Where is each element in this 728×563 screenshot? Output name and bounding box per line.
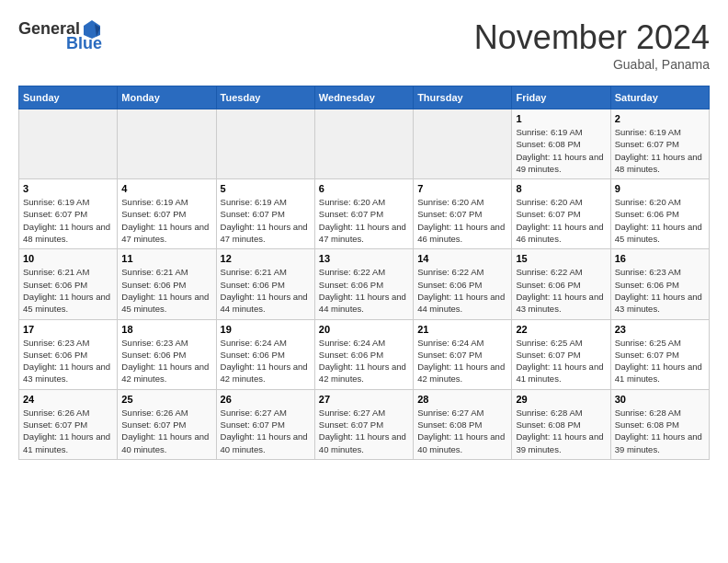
day-number: 1 [516, 113, 606, 124]
calendar-cell [216, 109, 314, 179]
day-number: 9 [615, 183, 705, 194]
day-number: 29 [516, 394, 606, 405]
logo: General Blue [18, 18, 102, 52]
day-info: Sunrise: 6:24 AM Sunset: 6:06 PM Dayligh… [221, 337, 311, 385]
day-info: Sunrise: 6:19 AM Sunset: 6:07 PM Dayligh… [23, 196, 113, 245]
calendar-week-3: 10Sunrise: 6:21 AM Sunset: 6:06 PM Dayli… [19, 249, 710, 319]
day-info: Sunrise: 6:25 AM Sunset: 6:07 PM Dayligh… [516, 337, 606, 385]
calendar-cell: 23Sunrise: 6:25 AM Sunset: 6:07 PM Dayli… [610, 319, 709, 389]
calendar-cell: 15Sunrise: 6:22 AM Sunset: 6:06 PM Dayli… [512, 249, 610, 319]
day-info: Sunrise: 6:20 AM Sunset: 6:07 PM Dayligh… [516, 196, 606, 245]
day-number: 22 [516, 324, 606, 335]
calendar-header-sunday: Sunday [19, 86, 118, 109]
calendar-cell: 2Sunrise: 6:19 AM Sunset: 6:07 PM Daylig… [610, 109, 709, 179]
day-number: 5 [221, 183, 311, 194]
calendar-cell: 17Sunrise: 6:23 AM Sunset: 6:06 PM Dayli… [19, 319, 118, 389]
calendar-cell [314, 109, 413, 179]
day-info: Sunrise: 6:23 AM Sunset: 6:06 PM Dayligh… [615, 266, 705, 315]
day-number: 24 [23, 394, 113, 405]
calendar-cell: 26Sunrise: 6:27 AM Sunset: 6:07 PM Dayli… [216, 389, 314, 459]
calendar-cell: 18Sunrise: 6:23 AM Sunset: 6:06 PM Dayli… [118, 319, 216, 389]
calendar-cell: 27Sunrise: 6:27 AM Sunset: 6:07 PM Dayli… [314, 389, 413, 459]
day-info: Sunrise: 6:20 AM Sunset: 6:07 PM Dayligh… [417, 196, 507, 245]
logo-blue-text: Blue [66, 35, 102, 52]
calendar-cell: 4Sunrise: 6:19 AM Sunset: 6:07 PM Daylig… [118, 179, 216, 249]
day-number: 15 [516, 253, 606, 264]
calendar-cell: 29Sunrise: 6:28 AM Sunset: 6:08 PM Dayli… [512, 389, 610, 459]
day-number: 25 [121, 394, 211, 405]
day-info: Sunrise: 6:19 AM Sunset: 6:07 PM Dayligh… [221, 196, 311, 245]
day-info: Sunrise: 6:20 AM Sunset: 6:06 PM Dayligh… [615, 196, 705, 245]
day-info: Sunrise: 6:26 AM Sunset: 6:07 PM Dayligh… [121, 407, 211, 455]
calendar-table: SundayMondayTuesdayWednesdayThursdayFrid… [18, 86, 710, 460]
day-number: 18 [121, 324, 211, 335]
calendar-cell: 6Sunrise: 6:20 AM Sunset: 6:07 PM Daylig… [314, 179, 413, 249]
day-number: 23 [615, 324, 705, 335]
day-info: Sunrise: 6:28 AM Sunset: 6:08 PM Dayligh… [615, 407, 705, 455]
calendar-header-saturday: Saturday [610, 86, 709, 109]
day-number: 26 [221, 394, 311, 405]
calendar-cell: 11Sunrise: 6:21 AM Sunset: 6:06 PM Dayli… [118, 249, 216, 319]
day-info: Sunrise: 6:27 AM Sunset: 6:07 PM Dayligh… [221, 407, 311, 455]
day-info: Sunrise: 6:22 AM Sunset: 6:06 PM Dayligh… [516, 266, 606, 315]
day-number: 2 [615, 113, 705, 124]
calendar-cell: 28Sunrise: 6:27 AM Sunset: 6:08 PM Dayli… [414, 389, 512, 459]
day-info: Sunrise: 6:20 AM Sunset: 6:07 PM Dayligh… [319, 196, 409, 245]
day-number: 14 [417, 253, 507, 264]
calendar-cell: 24Sunrise: 6:26 AM Sunset: 6:07 PM Dayli… [19, 389, 118, 459]
day-number: 12 [221, 253, 311, 264]
day-number: 17 [23, 324, 113, 335]
calendar-cell: 22Sunrise: 6:25 AM Sunset: 6:07 PM Dayli… [512, 319, 610, 389]
day-number: 27 [319, 394, 409, 405]
day-info: Sunrise: 6:24 AM Sunset: 6:06 PM Dayligh… [319, 337, 409, 385]
day-info: Sunrise: 6:19 AM Sunset: 6:08 PM Dayligh… [516, 126, 606, 175]
calendar-cell: 20Sunrise: 6:24 AM Sunset: 6:06 PM Dayli… [314, 319, 413, 389]
day-info: Sunrise: 6:21 AM Sunset: 6:06 PM Dayligh… [23, 266, 113, 315]
calendar-cell [414, 109, 512, 179]
header: General Blue November 2024 Guabal, Panam… [18, 18, 710, 72]
day-info: Sunrise: 6:24 AM Sunset: 6:07 PM Dayligh… [417, 337, 507, 385]
day-info: Sunrise: 6:27 AM Sunset: 6:08 PM Dayligh… [417, 407, 507, 455]
day-number: 19 [221, 324, 311, 335]
calendar-week-1: 1Sunrise: 6:19 AM Sunset: 6:08 PM Daylig… [19, 109, 710, 179]
day-info: Sunrise: 6:25 AM Sunset: 6:07 PM Dayligh… [615, 337, 705, 385]
day-number: 3 [23, 183, 113, 194]
calendar-cell: 3Sunrise: 6:19 AM Sunset: 6:07 PM Daylig… [19, 179, 118, 249]
month-title: November 2024 [474, 18, 710, 57]
day-number: 6 [319, 183, 409, 194]
calendar-header-monday: Monday [118, 86, 216, 109]
day-number: 16 [615, 253, 705, 264]
calendar-week-2: 3Sunrise: 6:19 AM Sunset: 6:07 PM Daylig… [19, 179, 710, 249]
day-info: Sunrise: 6:19 AM Sunset: 6:07 PM Dayligh… [615, 126, 705, 175]
calendar-cell: 13Sunrise: 6:22 AM Sunset: 6:06 PM Dayli… [314, 249, 413, 319]
calendar-cell: 21Sunrise: 6:24 AM Sunset: 6:07 PM Dayli… [414, 319, 512, 389]
day-info: Sunrise: 6:23 AM Sunset: 6:06 PM Dayligh… [121, 337, 211, 385]
day-number: 20 [319, 324, 409, 335]
day-number: 8 [516, 183, 606, 194]
day-number: 13 [319, 253, 409, 264]
calendar-header-tuesday: Tuesday [216, 86, 314, 109]
calendar-header-thursday: Thursday [414, 86, 512, 109]
calendar-cell: 30Sunrise: 6:28 AM Sunset: 6:08 PM Dayli… [610, 389, 709, 459]
calendar-header-wednesday: Wednesday [314, 86, 413, 109]
calendar-cell: 5Sunrise: 6:19 AM Sunset: 6:07 PM Daylig… [216, 179, 314, 249]
calendar-cell: 10Sunrise: 6:21 AM Sunset: 6:06 PM Dayli… [19, 249, 118, 319]
day-info: Sunrise: 6:27 AM Sunset: 6:07 PM Dayligh… [319, 407, 409, 455]
day-info: Sunrise: 6:22 AM Sunset: 6:06 PM Dayligh… [417, 266, 507, 315]
calendar-cell: 8Sunrise: 6:20 AM Sunset: 6:07 PM Daylig… [512, 179, 610, 249]
calendar-cell: 9Sunrise: 6:20 AM Sunset: 6:06 PM Daylig… [610, 179, 709, 249]
calendar-cell: 12Sunrise: 6:21 AM Sunset: 6:06 PM Dayli… [216, 249, 314, 319]
day-number: 11 [121, 253, 211, 264]
day-number: 21 [417, 324, 507, 335]
calendar-cell: 19Sunrise: 6:24 AM Sunset: 6:06 PM Dayli… [216, 319, 314, 389]
day-number: 28 [417, 394, 507, 405]
day-number: 7 [417, 183, 507, 194]
title-area: November 2024 Guabal, Panama [474, 18, 710, 72]
day-info: Sunrise: 6:21 AM Sunset: 6:06 PM Dayligh… [221, 266, 311, 315]
calendar-cell [118, 109, 216, 179]
calendar-cell: 25Sunrise: 6:26 AM Sunset: 6:07 PM Dayli… [118, 389, 216, 459]
calendar-cell: 16Sunrise: 6:23 AM Sunset: 6:06 PM Dayli… [610, 249, 709, 319]
calendar-cell: 14Sunrise: 6:22 AM Sunset: 6:06 PM Dayli… [414, 249, 512, 319]
day-info: Sunrise: 6:28 AM Sunset: 6:08 PM Dayligh… [516, 407, 606, 455]
location-subtitle: Guabal, Panama [474, 57, 710, 72]
